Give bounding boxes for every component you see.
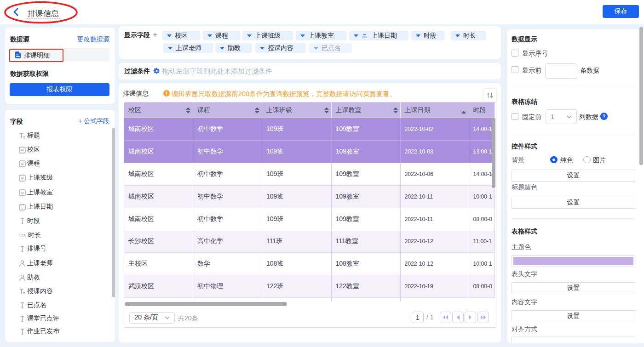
svg-text:7: 7 — [21, 205, 23, 210]
svg-text:?: ? — [603, 114, 606, 119]
svg-text:123: 123 — [19, 233, 25, 238]
